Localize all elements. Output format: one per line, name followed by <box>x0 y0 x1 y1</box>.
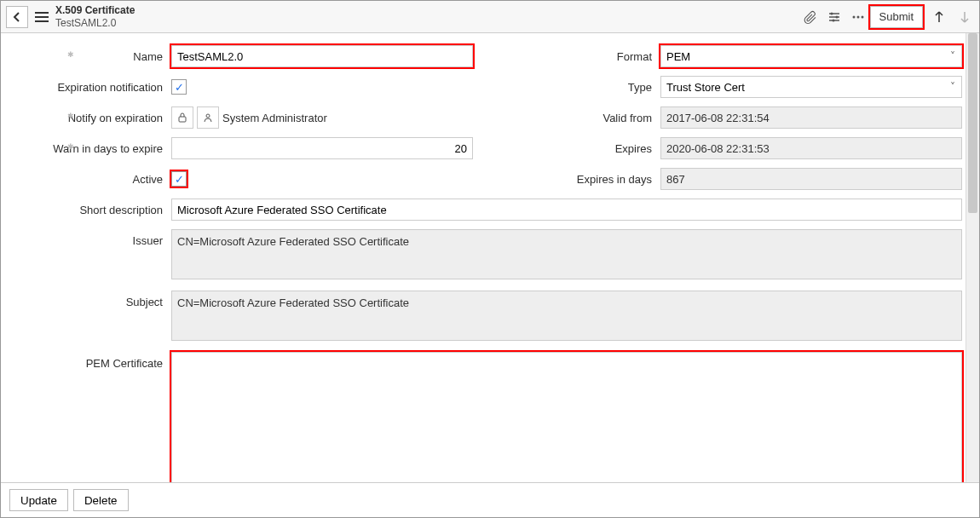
left-column: Name Expiration notification ✓ Notify on… <box>18 45 473 199</box>
expiration-notification-label: Expiration notification <box>18 81 171 94</box>
subject-field: CN=Microsoft Azure Federated SSO Certifi… <box>171 291 962 341</box>
lock-icon[interactable] <box>171 106 193 129</box>
active-label: Active <box>18 173 171 186</box>
more-icon[interactable] <box>846 5 870 29</box>
scrollbar-thumb[interactable] <box>968 33 977 213</box>
short-description-label: Short description <box>18 199 171 221</box>
svg-point-4 <box>856 15 859 18</box>
page-header: X.509 Certificate TestSAML2.0 Submit <box>1 1 979 33</box>
hamburger-menu-icon[interactable] <box>35 12 49 22</box>
back-button[interactable] <box>6 6 28 28</box>
type-label: Type <box>507 81 660 94</box>
type-select[interactable] <box>660 76 962 98</box>
attachment-icon[interactable] <box>798 5 822 29</box>
settings-icon[interactable] <box>822 5 846 29</box>
svg-point-5 <box>861 15 863 18</box>
active-checkbox[interactable]: ✓ <box>171 171 187 187</box>
delete-button[interactable]: Delete <box>73 489 129 511</box>
expiration-notification-checkbox[interactable]: ✓ <box>171 79 187 95</box>
svg-point-0 <box>830 12 833 14</box>
warn-input[interactable] <box>171 137 473 159</box>
submit-button[interactable]: Submit <box>870 6 923 28</box>
notify-value: System Administrator <box>222 112 327 124</box>
issuer-label: Issuer <box>18 229 171 282</box>
name-input[interactable] <box>171 45 473 67</box>
valid-from-label: Valid from <box>507 112 660 124</box>
svg-point-7 <box>206 114 210 118</box>
name-label: Name <box>18 50 171 63</box>
header-title-block: X.509 Certificate TestSAML2.0 <box>55 4 135 29</box>
right-column: Format Type Valid from Expires <box>507 45 962 199</box>
expires-in-days-field <box>660 168 962 190</box>
pem-certificate-label: PEM Certificate <box>18 352 171 482</box>
next-record-icon <box>955 8 974 26</box>
subject-label: Subject <box>18 291 171 343</box>
user-picker-icon[interactable] <box>197 106 219 129</box>
chevron-left-icon <box>12 12 22 22</box>
vertical-scrollbar[interactable] <box>966 33 979 482</box>
record-name-subtitle: TestSAML2.0 <box>55 17 135 29</box>
short-description-input[interactable] <box>171 199 962 221</box>
format-select[interactable] <box>660 45 962 67</box>
form-scroll-area: Name Expiration notification ✓ Notify on… <box>1 33 979 482</box>
expires-in-days-label: Expires in days <box>507 173 660 186</box>
svg-rect-6 <box>179 117 186 122</box>
record-type-title: X.509 Certificate <box>55 4 135 16</box>
update-button[interactable]: Update <box>9 489 68 511</box>
svg-point-1 <box>835 15 838 18</box>
valid-from-field <box>660 106 962 129</box>
format-label: Format <box>507 50 660 63</box>
pem-certificate-input[interactable] <box>171 352 962 482</box>
form-footer: Update Delete <box>1 482 979 517</box>
notify-on-expiration-label: Notify on expiration <box>18 112 171 124</box>
warn-label: Warn in days to expire <box>18 142 171 155</box>
issuer-field: CN=Microsoft Azure Federated SSO Certifi… <box>171 229 962 279</box>
expires-field <box>660 137 962 159</box>
prev-record-icon[interactable] <box>930 8 948 26</box>
svg-point-3 <box>852 15 855 18</box>
expires-label: Expires <box>507 142 660 155</box>
svg-point-2 <box>832 19 834 21</box>
